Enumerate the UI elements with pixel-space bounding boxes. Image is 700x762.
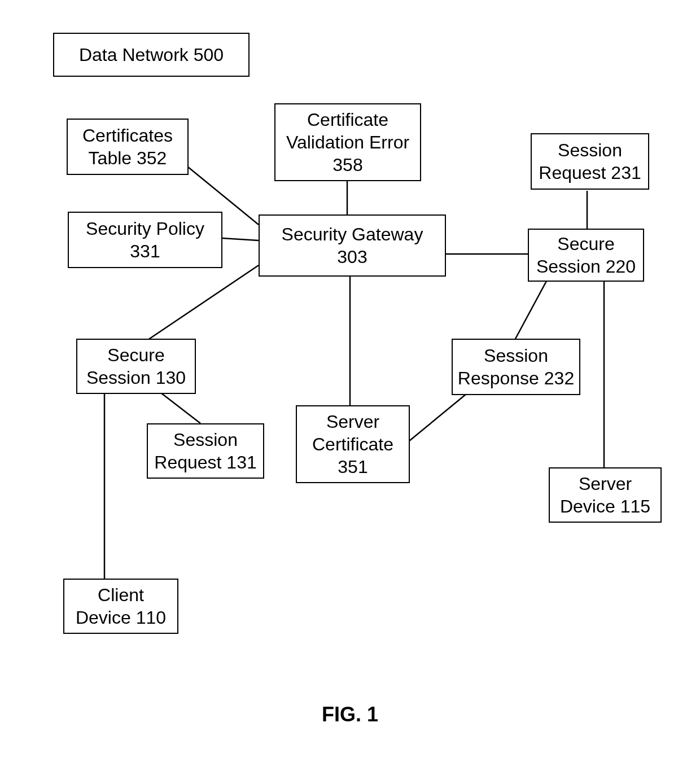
svg-line-10 <box>161 393 200 423</box>
label-line1: Security Policy <box>86 217 204 240</box>
node-secure-session-220: Secure Session 220 <box>528 229 644 282</box>
label-line2: Device 115 <box>560 495 650 518</box>
label-line1: Session <box>484 344 548 367</box>
label-line2: Request 231 <box>539 161 641 184</box>
label-line1: Certificate <box>307 108 388 131</box>
label-line1: Client <box>98 584 144 606</box>
label-line1: Server <box>579 472 632 495</box>
label-line1: Session <box>173 428 238 451</box>
label-line3: 358 <box>333 154 362 176</box>
label-line1: Session <box>558 139 622 161</box>
label-line3: 351 <box>338 456 368 478</box>
label-line1: Security Gateway <box>282 223 423 246</box>
label: Data Network 500 <box>79 43 224 66</box>
node-certificates-table: Certificates Table 352 <box>67 119 189 175</box>
node-server-device: Server Device 115 <box>549 467 662 523</box>
label-line2: Table 352 <box>89 147 167 169</box>
svg-line-2 <box>222 238 259 240</box>
figure-caption: FIG. 1 <box>0 703 700 726</box>
label-line2: Response 232 <box>458 367 574 389</box>
node-secure-session-130: Secure Session 130 <box>76 339 196 394</box>
svg-line-5 <box>148 265 259 340</box>
node-session-response-232: Session Response 232 <box>452 339 580 395</box>
node-data-network: Data Network 500 <box>53 33 250 77</box>
node-server-certificate: Server Certificate 351 <box>296 405 410 483</box>
node-cert-validation-error: Certificate Validation Error 358 <box>274 103 421 181</box>
node-security-gateway: Security Gateway 303 <box>259 214 446 277</box>
caption-text: FIG. 1 <box>322 703 378 726</box>
node-session-request-131: Session Request 131 <box>147 423 264 479</box>
svg-line-7 <box>515 281 546 340</box>
node-security-policy: Security Policy 331 <box>68 212 222 268</box>
label-line1: Certificates <box>82 124 173 147</box>
label-line1: Secure <box>557 233 614 255</box>
label-line2: 331 <box>130 240 160 262</box>
label-line2: Validation Error <box>286 131 409 154</box>
label-line2: Certificate <box>312 433 393 456</box>
svg-line-9 <box>409 394 466 441</box>
label-line1: Secure <box>107 344 164 366</box>
node-client-device: Client Device 110 <box>63 579 178 634</box>
label-line2: Session 130 <box>86 366 186 389</box>
node-session-request-231: Session Request 231 <box>531 133 649 190</box>
label-line1: Server <box>326 410 379 433</box>
label-line2: Request 131 <box>154 451 256 474</box>
label-line2: 303 <box>337 246 367 268</box>
label-line2: Device 110 <box>76 606 166 629</box>
label-line2: Session 220 <box>536 255 636 278</box>
